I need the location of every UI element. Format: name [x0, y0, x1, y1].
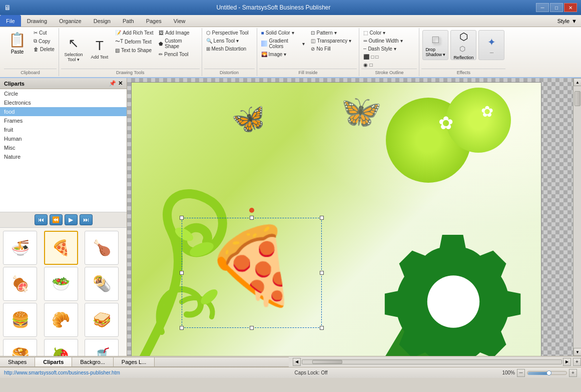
nav-next-button[interactable]: ⏭	[80, 214, 93, 225]
pattern-button[interactable]: ⊡ Pattern ▾	[309, 29, 357, 37]
scroll-thumb[interactable]	[574, 91, 580, 106]
lens-tool-button[interactable]: 🔍 Lens Tool ▾	[204, 37, 255, 45]
category-nature[interactable]: Nature	[0, 152, 127, 161]
stroke-color-button[interactable]: ⬚ Color ▾	[361, 29, 417, 37]
clipart-salad[interactable]: 🥗	[44, 267, 78, 301]
website-link[interactable]: http://www.smartsyssoft.com/business-pub…	[4, 370, 120, 375]
tab-pages[interactable]: Pages L...	[114, 357, 155, 366]
dash-style-button[interactable]: ╌ Dash Style ▾	[361, 45, 417, 53]
mesh-distortion-button[interactable]: ⊞ Mesh Distortion	[204, 45, 255, 53]
clipart-chicken[interactable]: 🍗	[85, 231, 119, 265]
hscroll-track[interactable]	[302, 359, 562, 364]
solid-color-icon: ■	[261, 30, 264, 36]
pencil-icon: ✏	[159, 52, 163, 57]
clipart-pizza[interactable]: 🍕	[44, 231, 78, 265]
clipart-burger[interactable]: 🍔	[3, 303, 37, 337]
nav-first-button[interactable]: ⏮	[35, 214, 48, 225]
scroll-left-button[interactable]: ◀	[293, 358, 301, 366]
add-text-button[interactable]: T Add Text	[87, 29, 112, 69]
rich-text-icon: 📝	[115, 30, 121, 36]
custom-shape-button[interactable]: ⬟ Custom Shape	[157, 37, 199, 50]
canvas[interactable]: ✿ ✿ 🦋 🦋	[131, 82, 541, 356]
clipart-category-list[interactable]: Circle Electronics food Frames fruit Hum…	[0, 89, 127, 212]
clipart-taco[interactable]: 🌯	[85, 267, 119, 301]
menu-path[interactable]: Path	[117, 15, 140, 27]
close-button[interactable]: ✕	[564, 3, 577, 12]
selected-pizza-object[interactable]: 🍕	[182, 218, 322, 328]
image-fill-button[interactable]: 🌄 Image ▾	[259, 51, 307, 58]
pin-icon[interactable]: 📌	[109, 80, 116, 87]
deform-text-button[interactable]: 〜T Deform Text	[113, 37, 156, 46]
zoom-slider[interactable]	[527, 371, 567, 375]
maximize-button[interactable]: □	[550, 3, 563, 12]
menu-drawing[interactable]: Drawing	[21, 15, 53, 27]
vertical-scrollbar[interactable]: ▲ ▼	[573, 78, 581, 356]
nav-play-button[interactable]: ▶	[65, 214, 78, 225]
reflection-button[interactable]: ⬡⬡ Reflection	[450, 30, 476, 60]
clipart-pancakes[interactable]: 🥞	[3, 339, 37, 356]
add-rich-text-button[interactable]: 📝 Add Rich Text	[113, 29, 156, 37]
add-image-button[interactable]: 🖼 Add Image	[157, 29, 199, 37]
zoom-plus-button[interactable]: +	[569, 369, 577, 377]
clipart-berries[interactable]: 🍓	[44, 339, 78, 356]
solid-color-button[interactable]: ■ Solid Color ▾	[259, 29, 307, 37]
clipart-drink[interactable]: 🥤	[85, 339, 119, 356]
clipart-navigation: ⏮ ⏪ ▶ ⏭	[0, 212, 127, 228]
menu-design[interactable]: Design	[88, 15, 117, 27]
clipart-meatball[interactable]: 🍖	[3, 267, 37, 301]
category-fruit[interactable]: fruit	[0, 125, 127, 134]
menu-pages[interactable]: Pages	[140, 15, 168, 27]
zoom-slider-thumb[interactable]	[546, 370, 551, 375]
gradient-colors-button[interactable]: Gradient Colors ▾	[259, 37, 307, 50]
dash-icon: ╌	[363, 46, 366, 52]
tab-backgrounds[interactable]: Backgro...	[72, 357, 114, 366]
titlebar: 🖥 Untitled - SmartsysSoft Business Publi…	[0, 0, 581, 15]
category-electronics[interactable]: Electronics	[0, 98, 127, 107]
copy-button[interactable]: ⧉ Copy	[32, 37, 57, 45]
category-circle[interactable]: Circle	[0, 89, 127, 98]
nav-prev-button[interactable]: ⏪	[50, 214, 63, 225]
scroll-right-button[interactable]: ▶	[563, 358, 571, 366]
perspective-tool-button[interactable]: ⬡ Perspective Tool	[204, 29, 255, 37]
drop-shadow-button[interactable]: □ DropShadow ▾	[422, 30, 448, 60]
clipart-sandwich[interactable]: 🥪	[85, 303, 119, 337]
style-button[interactable]: Style ▼	[553, 15, 581, 27]
delete-button[interactable]: 🗑 Delete	[32, 46, 57, 53]
horizontal-scrollbar[interactable]: ◀ ▶ +	[293, 358, 582, 366]
transparency-button[interactable]: ◫ Transparency ▾	[309, 37, 357, 45]
tab-shapes[interactable]: Shapes	[0, 357, 35, 366]
stroke-extra-row[interactable]: ◉ □	[361, 61, 417, 69]
text-to-shape-button[interactable]: ▧ Text to Shape	[113, 47, 156, 54]
menu-organize[interactable]: Organize	[53, 15, 88, 27]
stroke-options-row[interactable]: ⬛ □ □	[361, 53, 417, 61]
more-effects-button[interactable]: ✦ ...	[478, 30, 504, 60]
menu-file[interactable]: File	[0, 15, 21, 27]
close-sidebar-icon[interactable]: ✕	[118, 80, 123, 87]
image-arrow: ▾	[284, 52, 286, 57]
category-misc[interactable]: Misc	[0, 143, 127, 152]
outline-width-button[interactable]: ═ Outline Width ▾	[361, 37, 417, 45]
zoom-in-button[interactable]: +	[573, 358, 581, 366]
clipart-croissant[interactable]: 🥐	[44, 303, 78, 337]
pencil-tool-button[interactable]: ✏ Pencil Tool	[157, 51, 199, 58]
no-fill-button[interactable]: ⊘ No Fill	[309, 45, 357, 53]
scroll-down-button[interactable]: ▼	[573, 348, 581, 356]
category-food[interactable]: food	[0, 107, 127, 116]
category-human[interactable]: Human	[0, 134, 127, 143]
scroll-track[interactable]	[573, 86, 581, 348]
scroll-up-button[interactable]: ▲	[573, 78, 581, 86]
canvas-area[interactable]: ✿ ✿ 🦋 🦋	[127, 78, 581, 356]
menu-view[interactable]: View	[168, 15, 192, 27]
paste-button[interactable]: 📋 Paste	[4, 29, 31, 57]
cut-button[interactable]: ✂ Cut	[32, 29, 57, 37]
zoom-out-button[interactable]: ─	[517, 369, 525, 377]
tab-cliparts[interactable]: Cliparts	[35, 357, 72, 366]
lens-dropdown-arrow: ▾	[236, 38, 239, 44]
reflection-label: Reflection	[453, 55, 473, 60]
minimize-button[interactable]: ─	[536, 3, 549, 12]
clipart-noodles[interactable]: 🍜	[3, 231, 37, 265]
selection-tool-button[interactable]: ↖ SelectionTool ▾	[61, 29, 86, 69]
category-frames[interactable]: Frames	[0, 116, 127, 125]
hscroll-thumb[interactable]	[312, 360, 342, 364]
mesh-icon: ⊞	[206, 46, 210, 52]
